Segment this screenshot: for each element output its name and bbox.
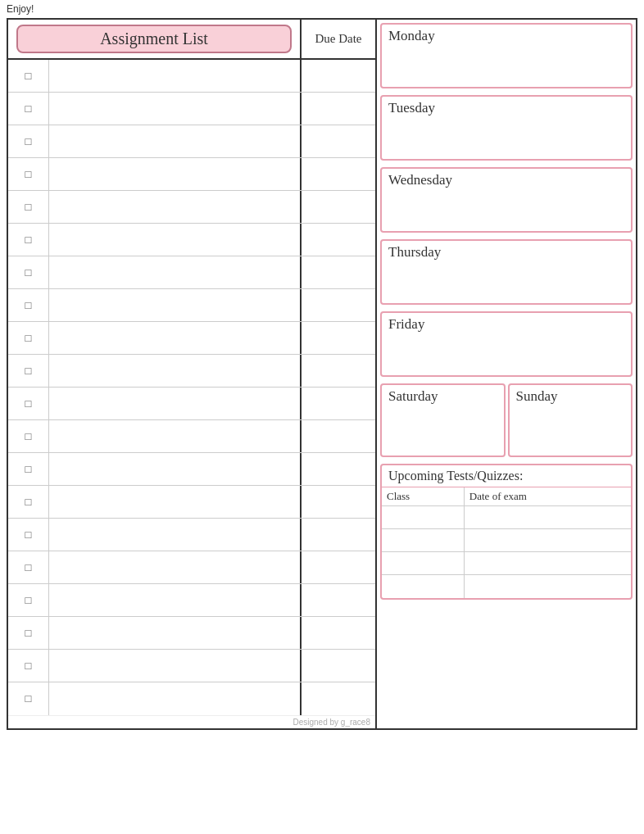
due-date-row-7[interactable] bbox=[302, 256, 375, 288]
checkbox-19[interactable]: □ bbox=[8, 650, 49, 682]
test-date-3[interactable] bbox=[464, 552, 631, 575]
thursday-label: Thursday bbox=[388, 244, 624, 261]
test-date-2[interactable] bbox=[464, 529, 631, 552]
checkbox-2[interactable]: □ bbox=[8, 93, 49, 125]
test-date-4[interactable] bbox=[464, 575, 631, 598]
checkbox-15[interactable]: □ bbox=[8, 519, 49, 551]
assignment-text-6[interactable] bbox=[49, 224, 302, 256]
due-date-row-15[interactable] bbox=[302, 519, 375, 551]
test-class-3[interactable] bbox=[382, 552, 464, 575]
sunday-label: Sunday bbox=[516, 388, 625, 405]
due-date-row-2[interactable] bbox=[302, 93, 375, 125]
table-row: □ bbox=[8, 125, 375, 158]
table-row: □ bbox=[8, 420, 375, 453]
due-date-row-5[interactable] bbox=[302, 191, 375, 223]
test-class-4[interactable] bbox=[382, 575, 464, 598]
checkbox-18[interactable]: □ bbox=[8, 617, 49, 649]
table-row bbox=[382, 506, 631, 529]
assignment-text-13[interactable] bbox=[49, 453, 302, 485]
assignment-text-4[interactable] bbox=[49, 158, 302, 190]
checkbox-5[interactable]: □ bbox=[8, 191, 49, 223]
assignment-text-10[interactable] bbox=[49, 355, 302, 387]
due-date-row-4[interactable] bbox=[302, 158, 375, 190]
due-date-row-18[interactable] bbox=[302, 617, 375, 649]
checkbox-3[interactable]: □ bbox=[8, 125, 49, 157]
assignment-text-19[interactable] bbox=[49, 650, 302, 682]
assignment-rows: □ □ □ □ □ bbox=[8, 60, 375, 715]
tests-table-header-row: Class Date of exam bbox=[382, 487, 631, 506]
checkbox-12[interactable]: □ bbox=[8, 420, 49, 452]
due-date-row-16[interactable] bbox=[302, 551, 375, 583]
due-date-row-11[interactable] bbox=[302, 388, 375, 419]
assignment-text-3[interactable] bbox=[49, 125, 302, 157]
checkbox-9[interactable]: □ bbox=[8, 322, 49, 354]
checkbox-11[interactable]: □ bbox=[8, 388, 49, 419]
due-date-row-8[interactable] bbox=[302, 289, 375, 321]
checkbox-13[interactable]: □ bbox=[8, 453, 49, 485]
saturday-label: Saturday bbox=[388, 388, 497, 405]
assignment-text-8[interactable] bbox=[49, 289, 302, 321]
watermark: Designed by g_race8 bbox=[8, 715, 375, 728]
checkbox-7[interactable]: □ bbox=[8, 256, 49, 288]
test-class-1[interactable] bbox=[382, 506, 464, 529]
due-date-row-1[interactable] bbox=[302, 60, 375, 92]
assignment-text-18[interactable] bbox=[49, 617, 302, 649]
table-row: □ bbox=[8, 551, 375, 584]
table-row: □ bbox=[8, 388, 375, 420]
assignment-text-1[interactable] bbox=[49, 60, 302, 92]
monday-label: Monday bbox=[388, 28, 624, 44]
due-date-row-13[interactable] bbox=[302, 453, 375, 485]
assignment-title-cell: Assignment List bbox=[8, 20, 302, 58]
assignment-text-20[interactable] bbox=[49, 682, 302, 715]
friday-label: Friday bbox=[388, 316, 624, 333]
checkbox-16[interactable]: □ bbox=[8, 551, 49, 583]
table-row bbox=[382, 552, 631, 575]
checkbox-14[interactable]: □ bbox=[8, 486, 49, 518]
test-class-2[interactable] bbox=[382, 529, 464, 552]
table-row: □ bbox=[8, 355, 375, 388]
due-date-row-20[interactable] bbox=[302, 682, 375, 715]
col-class-header: Class bbox=[382, 487, 464, 506]
due-date-row-17[interactable] bbox=[302, 584, 375, 616]
table-row: □ bbox=[8, 650, 375, 682]
wednesday-box: Wednesday bbox=[380, 167, 633, 233]
due-date-row-12[interactable] bbox=[302, 420, 375, 452]
left-header: Assignment List Due Date bbox=[8, 20, 375, 60]
table-row bbox=[382, 529, 631, 552]
assignment-text-11[interactable] bbox=[49, 388, 302, 419]
checkbox-17[interactable]: □ bbox=[8, 584, 49, 616]
due-date-row-6[interactable] bbox=[302, 224, 375, 256]
tuesday-box: Tuesday bbox=[380, 95, 633, 161]
assignment-text-15[interactable] bbox=[49, 519, 302, 551]
table-row: □ bbox=[8, 617, 375, 650]
due-date-row-3[interactable] bbox=[302, 125, 375, 157]
checkbox-6[interactable]: □ bbox=[8, 224, 49, 256]
tests-section: Upcoming Tests/Quizzes: Class Date of ex… bbox=[380, 464, 633, 600]
assignment-text-17[interactable] bbox=[49, 584, 302, 616]
due-date-cell: Due Date bbox=[302, 20, 375, 58]
due-date-row-10[interactable] bbox=[302, 355, 375, 387]
assignment-text-9[interactable] bbox=[49, 322, 302, 354]
assignment-text-5[interactable] bbox=[49, 191, 302, 223]
table-row: □ bbox=[8, 191, 375, 224]
due-date-row-19[interactable] bbox=[302, 650, 375, 682]
checkbox-4[interactable]: □ bbox=[8, 158, 49, 190]
checkbox-8[interactable]: □ bbox=[8, 289, 49, 321]
assignment-text-12[interactable] bbox=[49, 420, 302, 452]
assignment-text-7[interactable] bbox=[49, 256, 302, 288]
right-panel: Monday Tuesday Wednesday Thursday Friday… bbox=[377, 20, 636, 728]
checkbox-1[interactable]: □ bbox=[8, 60, 49, 92]
sunday-box: Sunday bbox=[508, 383, 633, 457]
assignment-text-14[interactable] bbox=[49, 486, 302, 518]
tests-table: Class Date of exam bbox=[382, 487, 631, 598]
test-date-1[interactable] bbox=[464, 506, 631, 529]
assignment-text-16[interactable] bbox=[49, 551, 302, 583]
due-date-row-14[interactable] bbox=[302, 486, 375, 518]
checkbox-20[interactable]: □ bbox=[8, 682, 49, 715]
thursday-box: Thursday bbox=[380, 239, 633, 305]
left-panel: Assignment List Due Date □ □ □ □ bbox=[8, 20, 377, 728]
assignment-text-2[interactable] bbox=[49, 93, 302, 125]
checkbox-10[interactable]: □ bbox=[8, 355, 49, 387]
table-row bbox=[382, 575, 631, 598]
due-date-row-9[interactable] bbox=[302, 322, 375, 354]
